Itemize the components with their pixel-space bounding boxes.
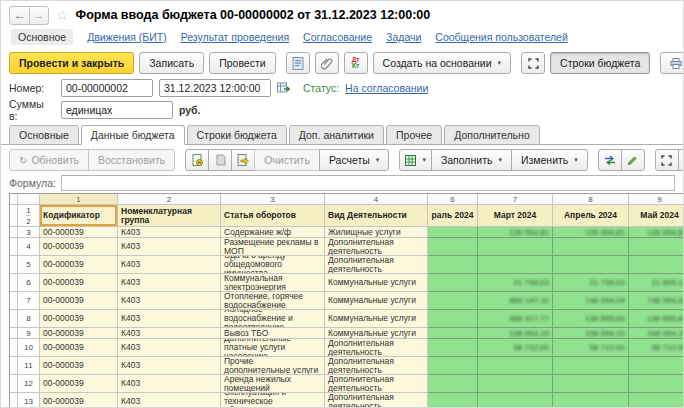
grid-row-number[interactable]: 7 (18, 292, 40, 310)
grid-cell[interactable]: 108 954,10 (553, 328, 629, 339)
grid-cell[interactable]: К403 (118, 393, 221, 408)
grid-col-number[interactable]: 4 (325, 194, 428, 205)
grid-cell[interactable]: 00-000039 (40, 238, 118, 256)
grid-cell[interactable]: 126 954,81 (629, 227, 684, 238)
grid-cell[interactable]: Жилищные услуги (325, 227, 428, 238)
grid-cell[interactable] (428, 357, 478, 375)
grid-cell[interactable] (629, 256, 684, 274)
grid-cell[interactable]: 00-000039 (40, 274, 118, 292)
grid-row-number[interactable]: 12 (18, 375, 40, 393)
grid-cell[interactable]: Дополнительная деятельность (325, 375, 428, 393)
status-link[interactable]: На согласовании (345, 82, 428, 94)
fullscreen-icon[interactable] (521, 52, 545, 74)
grid-cell[interactable]: К403 (118, 256, 221, 274)
change-button[interactable]: Изменить ▾ (511, 149, 588, 171)
grid-cell[interactable]: 126 954,81 (553, 227, 629, 238)
grid-cell[interactable]: Аренда нежилых помещений (221, 375, 325, 393)
movements-icon[interactable] (277, 82, 290, 94)
nav-item-main[interactable]: Основное (11, 29, 73, 45)
grid-cell[interactable]: К403 (118, 328, 221, 339)
grid-header-cell[interactable]: Кодификатор (40, 205, 118, 227)
grid-cell[interactable] (478, 256, 553, 274)
copy-data-icon[interactable] (208, 149, 232, 171)
grid-col-number[interactable]: 9 (629, 194, 684, 205)
nav-link-user-messages[interactable]: Сообщения пользователей (435, 31, 567, 43)
grid-cell[interactable]: Дополнительная деятельность (325, 393, 428, 408)
grid-cell[interactable]: Эксплуатация и техническое обслуживание (221, 393, 325, 408)
grid-cell[interactable]: Дополнительная деятельность (325, 339, 428, 357)
grid-cell[interactable] (629, 238, 684, 256)
grid-cell[interactable]: 21 805,12 (629, 274, 684, 292)
grid-col-number[interactable]: 8 (553, 194, 629, 205)
grid-header-cell[interactable]: Статья оборотов (221, 205, 325, 227)
grid-cell[interactable]: 126 954,81 (478, 227, 553, 238)
paperclip-icon[interactable] (315, 52, 339, 74)
grid-corner-cell[interactable] (18, 194, 40, 205)
grid-header-cell[interactable]: Номенклатурная группа (118, 205, 221, 227)
grid-cell[interactable] (428, 328, 478, 339)
clear-button[interactable]: Очистить (254, 149, 320, 171)
grid-cell[interactable] (428, 375, 478, 393)
budget-lines-button[interactable]: Строки бюджета (550, 52, 650, 74)
grid-cell[interactable] (478, 375, 553, 393)
grid-cell[interactable]: К403 (118, 274, 221, 292)
grid-cell[interactable] (428, 393, 478, 408)
grid-cell[interactable] (428, 274, 478, 292)
report-icon[interactable] (286, 52, 310, 74)
grid-row-number[interactable]: 11 (18, 357, 40, 375)
grid-cell[interactable] (553, 256, 629, 274)
grid-cell[interactable] (553, 238, 629, 256)
favorite-star-icon[interactable]: ☆ (56, 7, 69, 23)
nav-link-movements[interactable]: Движения (БИТ) (87, 31, 167, 43)
grid-cell[interactable] (428, 256, 478, 274)
grid-cell[interactable]: 00-000039 (40, 310, 118, 328)
grid-cell[interactable] (478, 238, 553, 256)
grid-cell[interactable]: Коммунальные услуги (325, 274, 428, 292)
grid-cell[interactable]: Размещение рекламы в МОП (221, 238, 325, 256)
grid-row-number[interactable]: 8 (18, 310, 40, 328)
date-field[interactable] (159, 79, 271, 97)
grid-header-cell[interactable]: Март 2024 (478, 205, 553, 227)
grid-row-number[interactable]: 10 (18, 339, 40, 357)
grid-cell[interactable]: Содержание ж/ф (221, 227, 325, 238)
grid-row-number[interactable]: 5 (18, 256, 40, 274)
grid-cell[interactable]: 00-000039 (40, 357, 118, 375)
grid-cell[interactable]: 58 712,00 (629, 339, 684, 357)
grid-col-number[interactable]: 6 (428, 194, 478, 205)
restore-button[interactable]: Восстановить (88, 149, 175, 171)
grid-col-number[interactable]: 7 (478, 194, 553, 205)
post-button[interactable]: Провести (209, 52, 275, 74)
grid-cell[interactable]: К403 (118, 227, 221, 238)
grid-cell[interactable] (553, 357, 629, 375)
grid-cell[interactable]: 58 712,00 (478, 339, 553, 357)
grid-cell[interactable]: 748 954,04 (629, 292, 684, 310)
grid-cell[interactable]: 368 417,77 (478, 310, 553, 328)
grid-cell[interactable]: 108 954,10 (629, 328, 684, 339)
excel-grid-button[interactable]: ▾ (399, 149, 432, 171)
grid-cell[interactable]: 136 895,84 (553, 310, 629, 328)
fill-button[interactable]: Заполнить ▾ (431, 149, 512, 171)
tab-additional[interactable]: Дополнительно (444, 125, 540, 145)
grid-cell[interactable] (629, 375, 684, 393)
tab-other[interactable]: Прочее (386, 125, 442, 145)
grid-row-number[interactable]: 12 (18, 205, 40, 227)
grid-cell[interactable] (629, 393, 684, 408)
tab-main[interactable]: Основные (9, 125, 79, 145)
grid-header-cell[interactable]: Апрель 2024 (553, 205, 629, 227)
grid-cell[interactable] (428, 238, 478, 256)
grid-header-cell[interactable]: раль 2024 (428, 205, 478, 227)
grid-cell[interactable] (478, 393, 553, 408)
nav-link-tasks[interactable]: Задачи (386, 31, 421, 43)
grid-cell[interactable]: 21 758,03 (478, 274, 553, 292)
back-icon[interactable]: ← (10, 7, 29, 24)
grid-cell[interactable]: К403 (118, 357, 221, 375)
grid-cell[interactable]: Коммунальные услуги (325, 310, 428, 328)
grid-row-number[interactable]: 4 (18, 238, 40, 256)
nav-link-approval[interactable]: Согласование (303, 31, 372, 43)
export-data-icon[interactable] (231, 149, 255, 171)
grid-cell[interactable]: 00-000039 (40, 227, 118, 238)
grid-cell[interactable] (478, 357, 553, 375)
grid-row-number[interactable]: 13 (18, 393, 40, 408)
grid-fullscreen-icon[interactable] (655, 149, 679, 171)
grid-header-cell[interactable]: Вид Деятельности (325, 205, 428, 227)
